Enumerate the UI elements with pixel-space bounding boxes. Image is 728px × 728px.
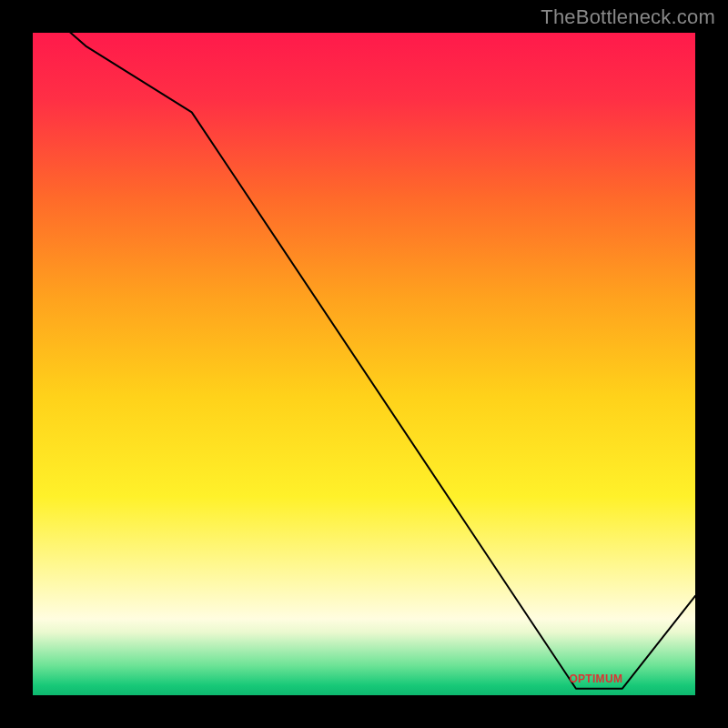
svg-rect-0 [33, 33, 695, 695]
watermark-text: TheBottleneck.com [541, 5, 715, 29]
optimum-label: OPTIMUM [569, 672, 622, 685]
background-gradient [33, 33, 695, 695]
plot-area: OPTIMUM [27, 27, 701, 701]
chart-stage: TheBottleneck.com OPTIMUM [0, 0, 728, 728]
